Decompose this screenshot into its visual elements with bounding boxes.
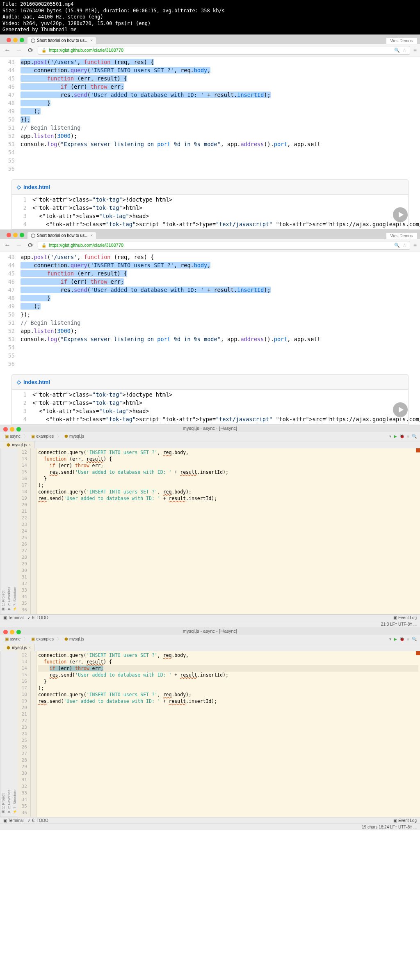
minimize-window-icon[interactable]	[10, 427, 14, 431]
meta-video: Video: h264, yuv420p, 1280x720, 15.00 fp…	[2, 21, 418, 27]
error-stripe[interactable]	[416, 448, 420, 452]
project-tab[interactable]: ▣ 1: Project	[0, 651, 6, 817]
folder-icon: ▣	[5, 637, 9, 641]
code-block-2: 1234 <"tok-attr">class="tok-tag">!doctyp…	[11, 390, 409, 425]
crumb-file[interactable]: ⬢mysql.js	[63, 434, 86, 439]
meta-audio: Audio: aac, 44100 Hz, stereo (eng)	[2, 14, 418, 21]
reload-button[interactable]: ⟳	[26, 241, 34, 249]
forward-button[interactable]: →	[15, 241, 23, 249]
search-icon[interactable]: 🔍	[394, 48, 400, 53]
crumb-folder[interactable]: ▣examples	[30, 636, 55, 642]
menu-icon[interactable]: ≡	[413, 47, 417, 53]
address-field[interactable]: 🔒 https://gist.github.com/clarle/3180770…	[38, 241, 410, 250]
terminal-tab[interactable]: ▣ Terminal	[3, 818, 23, 823]
back-button[interactable]: ←	[3, 46, 11, 54]
todo-tab[interactable]: ✓ 6: TODO	[27, 615, 48, 620]
terminal-tab[interactable]: ▣ Terminal	[3, 615, 23, 620]
ide-tabs: ⬢ mysql.js ×	[0, 644, 420, 651]
window-controls	[3, 231, 27, 239]
tab-title: Short tutorial on how to us…	[37, 38, 89, 43]
js-icon: ⬢	[7, 645, 10, 650]
address-field[interactable]: 🔒 https://gist.github.com/clarle/3180770…	[38, 46, 410, 55]
back-button[interactable]: ←	[3, 241, 11, 249]
star-icon[interactable]: ☆	[402, 243, 406, 248]
close-tab-icon[interactable]: ×	[28, 443, 31, 447]
play-button[interactable]	[393, 402, 408, 417]
close-tab-icon[interactable]: ×	[90, 38, 93, 43]
play-button[interactable]	[393, 207, 408, 222]
ide-tab[interactable]: ⬢ mysql.js ×	[3, 441, 34, 448]
search-icon[interactable]: 🔍	[394, 243, 400, 248]
ide-code-area[interactable]: connection.query('INSERT INTO users SET …	[37, 448, 420, 614]
filename: index.html	[23, 379, 50, 385]
ide-code-area[interactable]: connection.query('INSERT INTO users SET …	[37, 651, 420, 817]
forward-button[interactable]: →	[15, 46, 23, 54]
structure-tab[interactable]: ⚡ 7: Structure	[12, 448, 18, 614]
code-content[interactable]: app.post('/users', function (req, res) {…	[21, 252, 420, 369]
close-tab-icon[interactable]: ×	[28, 645, 31, 650]
code-icon: ◇	[17, 379, 21, 385]
todo-tab[interactable]: ✓ 6: TODO	[27, 818, 48, 823]
maximize-window-icon[interactable]	[16, 630, 21, 634]
ide-editor: ⚡ 7: Structure ★ 2: Favorites ▣ 1: Proje…	[0, 651, 420, 817]
file-header[interactable]: ◇ index.html	[11, 374, 409, 390]
close-window-icon[interactable]	[3, 630, 8, 634]
file-header[interactable]: ◇ index.html	[11, 179, 409, 195]
crumb-project[interactable]: ▣async	[3, 434, 22, 439]
structure-tab[interactable]: ⚡ 7: Structure	[12, 651, 18, 817]
run-icon[interactable]: ▶	[394, 434, 397, 438]
run-dropdown-icon[interactable]: ▾	[389, 434, 391, 438]
folder-icon: ▣	[5, 434, 9, 438]
maximize-window-icon[interactable]	[16, 427, 21, 431]
ide-title: mysql.js - async - [~/async]	[183, 426, 237, 431]
ide-tab[interactable]: ⬢ mysql.js ×	[3, 644, 34, 651]
crumb-project[interactable]: ▣async	[3, 636, 22, 642]
ide-editor: ⚡ 7: Structure ★ 2: Favorites ▣ 1: Proje…	[0, 448, 420, 614]
run-icon[interactable]: ▶	[394, 637, 397, 641]
code-block-1: 4344454647484950515253545556 app.post('/…	[0, 252, 420, 369]
folder-icon: ▣	[31, 637, 35, 641]
minimize-window-icon[interactable]	[10, 630, 14, 634]
ide-title: mysql.js - async - [~/async]	[183, 629, 237, 633]
debug-icon[interactable]: 🐞	[399, 434, 404, 438]
error-stripe[interactable]	[416, 651, 420, 655]
close-window-icon[interactable]	[7, 38, 11, 42]
crumb-folder[interactable]: ▣examples	[30, 434, 55, 439]
status-info: 19 chars 18:24 LF‡ UTF-8‡ ...	[362, 825, 417, 829]
maximize-window-icon[interactable]	[20, 233, 24, 237]
minimize-window-icon[interactable]	[13, 233, 18, 237]
search-icon[interactable]: 🔍	[412, 637, 417, 641]
event-log[interactable]: ▣ Event Log	[393, 615, 417, 620]
minimize-window-icon[interactable]	[13, 38, 18, 42]
url-bar: ← → ⟳ 🔒 https://gist.github.com/clarle/3…	[0, 239, 420, 252]
event-log[interactable]: ▣ Event Log	[393, 818, 417, 823]
stop-icon[interactable]: ■	[407, 434, 409, 438]
ide-breadcrumb: ▣async 〉 ▣examples 〉 ⬢mysql.js ▾ ▶ 🐞 ■ 🔍	[0, 635, 420, 644]
lock-icon: 🔒	[41, 243, 46, 248]
close-window-icon[interactable]	[7, 233, 11, 237]
close-tab-icon[interactable]: ×	[90, 233, 93, 238]
stop-icon[interactable]: ■	[407, 637, 409, 641]
bookmarks-label[interactable]: Wes Demos	[386, 233, 417, 239]
crumb-file[interactable]: ⬢mysql.js	[63, 636, 86, 642]
code-content[interactable]: <"tok-attr">class="tok-tag">!doctype htm…	[32, 195, 420, 229]
favorites-tab[interactable]: ★ 2: Favorites	[6, 651, 12, 817]
browser-tab[interactable]: ◯ Short tutorial on how to us… ×	[27, 37, 96, 44]
search-icon[interactable]: 🔍	[412, 434, 417, 438]
reload-button[interactable]: ⟳	[26, 46, 34, 54]
url-text: https://gist.github.com/clarle/3180770	[49, 243, 123, 248]
star-icon[interactable]: ☆	[402, 48, 406, 53]
menu-icon[interactable]: ≡	[413, 242, 417, 248]
debug-icon[interactable]: 🐞	[399, 637, 404, 641]
maximize-window-icon[interactable]	[20, 38, 24, 42]
project-tab[interactable]: ▣ 1: Project	[0, 448, 6, 614]
browser-tab[interactable]: ◯ Short tutorial on how to us… ×	[27, 232, 96, 239]
close-window-icon[interactable]	[3, 427, 8, 431]
code-content[interactable]: app.post('/users', function (req, res) {…	[21, 57, 420, 174]
bookmarks-label[interactable]: Wes Demos	[386, 38, 417, 44]
code-content[interactable]: <"tok-attr">class="tok-tag">!doctype htm…	[32, 390, 420, 424]
ide-tool-windows: ⚡ 7: Structure ★ 2: Favorites ▣ 1: Proje…	[0, 651, 18, 817]
browser-tabbar: ◯ Short tutorial on how to us… × Wes Dem…	[0, 35, 420, 44]
favorites-tab[interactable]: ★ 2: Favorites	[6, 448, 12, 614]
run-dropdown-icon[interactable]: ▾	[389, 637, 391, 641]
